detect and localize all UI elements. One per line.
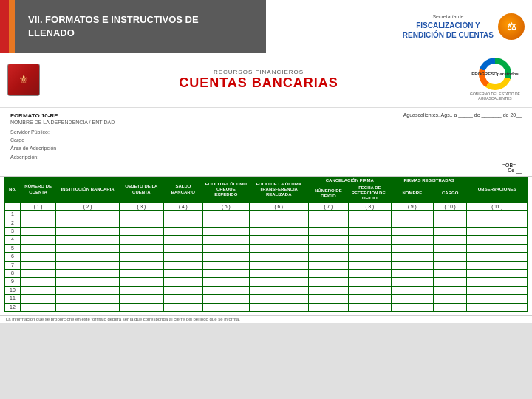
th-fecha-recepcion: FECHA DE RECEPCIÓN DEL OFICIO — [348, 184, 391, 202]
ex-folio-cheque: ( 5 ) — [203, 202, 250, 211]
ags-text: Aguascalientes, Ags., a _____ de _______… — [403, 112, 509, 117]
th-num-oficio: NÚMERO DE OFICIO — [308, 184, 348, 202]
coat-of-arms: ⚜ — [7, 64, 40, 96]
aguascalientes-text: Aguascalientes, Ags., a _____ de _______… — [403, 112, 522, 117]
dependencia-label: NOMBRE DE LA DEPENDENCIA / ENTIDAD — [10, 120, 115, 125]
header-title-box: VII. FORMATOS E INSTRUCTIVOS DE LLENADO — [15, 0, 266, 53]
header-logo-area: Secretaría de FISCALIZACIÓN Y RENDICIÓN … — [266, 0, 532, 53]
progreso-label3: todos — [507, 72, 519, 77]
row-no: 6 — [5, 253, 21, 261]
recursos-label: RECURSOS FINANCIEROS — [52, 69, 466, 75]
th-cargo: CARGO — [433, 184, 467, 202]
format-right: Aguascalientes, Ags., a _____ de _______… — [403, 112, 522, 117]
row-no: 5 — [5, 244, 21, 252]
ex-num-oficio: ( 7 ) — [308, 202, 348, 211]
table-row: 8 — [5, 270, 528, 278]
adscripcion-label: Adscripción: — [10, 154, 38, 160]
ex-folio-transf: ( 6 ) — [249, 202, 308, 211]
example-row: ( 1 ) ( 2 ) ( 3 ) ( 4 ) ( 5 ) ( 6 ) ( 7 … — [5, 202, 528, 211]
header-title-line1: VII. FORMATOS E INSTRUCTIVOS DE — [28, 13, 199, 27]
footer-note: La información que se proporcione en est… — [0, 315, 532, 323]
red-accent-bar — [0, 0, 9, 53]
coat-of-arms-container: ⚜ — [7, 64, 52, 96]
ex-saldo: ( 4 ) — [163, 202, 202, 211]
footer-text: La información que se proporcione en est… — [6, 317, 240, 321]
table-row: 3 — [5, 228, 528, 236]
table-row: 10 — [5, 286, 528, 294]
recursos-center: RECURSOS FINANCIEROS CUENTAS BANCARIAS — [52, 69, 466, 91]
header-title-line2: LLENADO — [28, 27, 199, 40]
progreso-logo-container: PROGRESO para todos GOBIERNO DEL ESTADO … — [466, 58, 525, 101]
fiscalizacion-top: Secretaría de — [403, 13, 494, 20]
table-row: 6 — [5, 253, 528, 261]
table-row: 4 — [5, 236, 528, 244]
th-folio-transf: FOLIO DE LA ÚLTIMA TRANSFERENCIA REALIZA… — [249, 177, 308, 202]
cuentas-title: CUENTAS BANCARIAS — [52, 75, 466, 91]
th-no: No. — [5, 177, 21, 202]
ags-year: 20__ — [510, 112, 522, 117]
ob-label: =OB=__ — [10, 163, 522, 168]
servidor-label: Servidor Público: — [10, 129, 50, 134]
progreso-sub: GOBIERNO DEL ESTADO DE AGUASCALIENTES — [466, 92, 525, 100]
progreso-logo: PROGRESO para todos GOBIERNO DEL ESTADO … — [466, 58, 525, 100]
table-row: 11 — [5, 295, 528, 303]
cargo-field: Cargo — [10, 136, 522, 144]
adscripcion-field: Adscripción: — [10, 153, 522, 161]
fiscalizacion-line2: RENDICIÓN DE CUENTAS — [403, 30, 494, 40]
ex-cargo: ( 10 ) — [433, 202, 467, 211]
header-logo-circle: ⚖ — [498, 13, 525, 40]
th-objeto: OBJETO DE LA CUENTA — [119, 177, 163, 202]
th-folio-cheque: FOLIO DEL ÚLTIMO CHEQUE EXPEDIDO — [203, 177, 250, 202]
th-cancelacion-group: CANCELACIÓN FIRMA — [308, 177, 391, 184]
table-container: No. NÚMERO DE CUENTA INSTITUCIÓN BANCARI… — [0, 177, 532, 315]
format-number: FORMATO 10-RF — [10, 112, 115, 119]
table-row: 9 — [5, 278, 528, 286]
row-no: 7 — [5, 261, 21, 269]
ob-section: =OB=__ Ce __ — [10, 163, 522, 173]
top-header: VII. FORMATOS E INSTRUCTIVOS DE LLENADO … — [0, 0, 532, 53]
ex-no — [5, 202, 21, 211]
row-no: 1 — [5, 211, 21, 219]
progreso-label1: PROGRESO — [471, 72, 497, 77]
progreso-circle: PROGRESO para todos — [479, 58, 511, 90]
progreso-inner: PROGRESO para todos — [485, 64, 505, 84]
row-no: 10 — [5, 286, 21, 294]
format-section: FORMATO 10-RF NOMBRE DE LA DEPENDENCIA /… — [0, 108, 532, 177]
orange-accent-bar — [9, 0, 15, 53]
th-saldo: SALDO BANCARIO — [163, 177, 202, 202]
row-no: 12 — [5, 303, 21, 311]
row-no: 3 — [5, 228, 21, 236]
th-institucion: INSTITUCIÓN BANCARIA — [56, 177, 120, 202]
ex-nombre: ( 9 ) — [391, 202, 433, 211]
th-num-cuenta: NÚMERO DE CUENTA — [20, 177, 55, 202]
format-fields: Servidor Público: Cargo Área de Adscripc… — [10, 128, 522, 161]
th-firmas-group: FIRMAS REGISTRADAS — [391, 177, 467, 184]
row-no: 4 — [5, 236, 21, 244]
table-row: 12 — [5, 303, 528, 311]
th-nombre: NOMBRE — [391, 184, 433, 202]
area-label: Área de Adscripción — [10, 146, 56, 151]
table-row: 7 — [5, 261, 528, 269]
ce-label: Ce __ — [10, 168, 522, 173]
ex-objeto: ( 3 ) — [119, 202, 163, 211]
cargo-label: Cargo — [10, 137, 24, 143]
format-top-row: FORMATO 10-RF NOMBRE DE LA DEPENDENCIA /… — [10, 112, 522, 125]
fiscalizacion-line1: FISCALIZACIÓN Y — [403, 21, 494, 30]
area-field: Área de Adscripción — [10, 144, 522, 152]
ex-institucion: ( 2 ) — [56, 202, 120, 211]
th-observaciones: OBSERVACIONES — [467, 177, 528, 202]
ex-observaciones: ( 11 ) — [467, 202, 528, 211]
fiscalizacion-logo: Secretaría de FISCALIZACIÓN Y RENDICIÓN … — [403, 13, 494, 39]
ex-num-cuenta: ( 1 ) — [20, 202, 55, 211]
recursos-banner: ⚜ RECURSOS FINANCIEROS CUENTAS BANCARIAS… — [0, 53, 532, 108]
row-no: 9 — [5, 278, 21, 286]
main-table: No. NÚMERO DE CUENTA INSTITUCIÓN BANCARI… — [4, 177, 528, 312]
table-row: 5 — [5, 244, 528, 252]
table-row: 2 — [5, 219, 528, 227]
servidor-field: Servidor Público: — [10, 128, 522, 136]
row-no: 8 — [5, 270, 21, 278]
progreso-label2: para — [497, 72, 507, 77]
table-row: 1 — [5, 211, 528, 219]
row-no: 11 — [5, 295, 21, 303]
format-left: FORMATO 10-RF NOMBRE DE LA DEPENDENCIA /… — [10, 112, 115, 125]
